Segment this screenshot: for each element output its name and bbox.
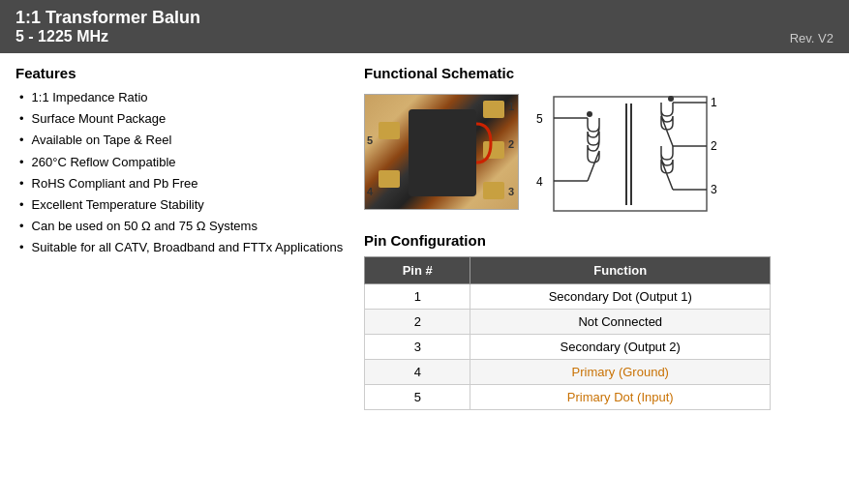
svg-rect-3 [483, 141, 504, 159]
feature-item: Can be used on 50 Ω and 75 Ω Systems [19, 218, 345, 235]
pin-function: Primary (Ground) [470, 360, 771, 385]
svg-text:5: 5 [536, 112, 543, 126]
svg-rect-0 [379, 122, 400, 139]
svg-point-19 [587, 111, 592, 117]
pin-number: 1 [365, 284, 470, 310]
svg-text:2: 2 [711, 139, 717, 153]
schematic-area: 5 4 1 2 3 [364, 89, 834, 215]
pin-number: 3 [365, 335, 470, 360]
pin-number: 4 [365, 360, 470, 385]
feature-item: 260°C Reflow Compatible [19, 154, 345, 171]
svg-text:1: 1 [711, 96, 717, 109]
pin-config-title: Pin Configuration [364, 232, 834, 249]
pin-function: Not Connected [470, 310, 771, 335]
photo-overlay [365, 95, 519, 210]
pin-config-section: Pin Configuration Pin # Function 1Second… [364, 232, 834, 410]
svg-rect-5 [409, 109, 476, 196]
features-list: 1:1 Impedance RatioSurface Mount Package… [15, 89, 345, 257]
pin-number: 5 [365, 385, 470, 410]
page-header: 1:1 Transformer Balun 5 - 1225 MHz Rev. … [0, 0, 849, 53]
svg-rect-2 [483, 101, 504, 118]
feature-item: Available on Tape & Reel [19, 132, 345, 149]
svg-text:3: 3 [711, 183, 717, 196]
schematic-title: Functional Schematic [364, 65, 834, 81]
feature-item: Excellent Temperature Stability [19, 196, 345, 214]
features-title: Features [15, 65, 345, 81]
feature-item: Suitable for all CATV, Broadband and FTT… [19, 239, 345, 256]
table-row: 1Secondary Dot (Output 1) [365, 284, 771, 310]
col-header-pin: Pin # [365, 257, 470, 284]
title-line1: 1:1 Transformer Balun [15, 8, 200, 28]
feature-item: 1:1 Impedance Ratio [19, 89, 345, 106]
features-section: Features 1:1 Impedance RatioSurface Moun… [15, 65, 345, 410]
pin-function: Secondary (Output 2) [470, 335, 771, 360]
schematic-diagram: 5 4 1 2 3 [534, 89, 728, 215]
svg-point-20 [668, 96, 674, 102]
svg-rect-1 [379, 170, 400, 188]
title-line2: 5 - 1225 MHz [15, 28, 200, 45]
pin-config-table: Pin # Function 1Secondary Dot (Output 1)… [364, 256, 771, 410]
feature-item: Surface Mount Package [19, 110, 345, 128]
svg-text:4: 4 [536, 175, 543, 189]
header-title: 1:1 Transformer Balun 5 - 1225 MHz [15, 8, 200, 45]
col-header-function: Function [470, 257, 771, 284]
table-row: 3Secondary (Output 2) [365, 335, 771, 360]
table-row: 4Primary (Ground) [365, 360, 771, 385]
right-column: Functional Schematic 5 4 1 2 3 [364, 65, 834, 410]
pin-number: 2 [365, 310, 470, 335]
table-row: 2Not Connected [365, 310, 771, 335]
schematic-section: Functional Schematic 5 4 1 2 3 [364, 65, 834, 215]
pin-function: Primary Dot (Input) [470, 385, 771, 410]
component-photo: 5 4 1 2 3 [364, 94, 519, 210]
main-content: Features 1:1 Impedance RatioSurface Moun… [0, 53, 849, 422]
pin-function: Secondary Dot (Output 1) [470, 284, 771, 310]
feature-item: RoHS Compliant and Pb Free [19, 175, 345, 193]
revision-label: Rev. V2 [790, 31, 834, 45]
svg-rect-4 [483, 182, 504, 199]
table-row: 5Primary Dot (Input) [365, 385, 771, 410]
